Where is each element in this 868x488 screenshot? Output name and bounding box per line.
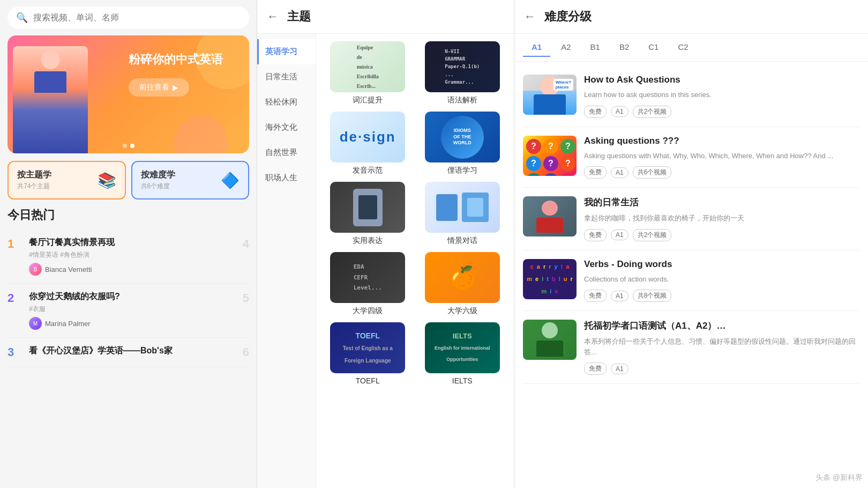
topic-express-thumb <box>330 182 405 233</box>
hot-content-1: 餐厅订餐真实情景再现 #情景英语 #角色扮演 B Bianca Vernetti <box>29 237 228 276</box>
topic-toefl[interactable]: TOEFLTest of English as a Foreign Langua… <box>324 322 412 385</box>
middle-panel: ← 主题 英语学习 日常生活 轻松休闲 海外文化 自然世界 职场人生 Equip… <box>257 0 514 488</box>
topic-toefl-label: TOEFL <box>356 376 380 385</box>
topic-cie6[interactable]: 🍊 大学六级 <box>418 252 507 316</box>
course-tag-count-2: 共6个视频 <box>633 166 672 179</box>
course-list: Where?places How to Ask Questions Learn … <box>514 62 868 488</box>
topic-grid: EquipedemúsicaEscribillaEscrib... 词汇提升 N… <box>316 34 514 488</box>
banner-cta-button[interactable]: 前往查看 ▶ <box>129 78 189 97</box>
course-thumb-3 <box>523 196 577 236</box>
tab-c1[interactable]: C1 <box>640 38 667 57</box>
topic-toefl-thumb: TOEFLTest of English as a Foreign Langua… <box>330 322 405 373</box>
course-title-5: 托福初学者口语测试（A1、A2）… <box>584 320 859 332</box>
level-tabs: A1 A2 B1 B2 C1 C2 <box>514 34 868 62</box>
right-header: ← 难度分级 <box>514 0 868 34</box>
course-item-5[interactable]: 托福初学者口语测试（A1、A2）… 本系列将介绍一些关于个人信息、习惯、偏好等题… <box>523 311 859 384</box>
hot-num-4: 4 <box>234 237 249 251</box>
search-input[interactable] <box>33 13 241 23</box>
topic-express[interactable]: 实用表达 <box>324 182 412 246</box>
sidebar-cat-2[interactable]: 日常生活 <box>257 64 316 90</box>
topic-dialog[interactable]: 情景对话 <box>418 182 507 246</box>
course-tag-free-4: 免费 <box>584 290 607 302</box>
theme-category-button[interactable]: 按主题学 共74个主题 📚 <box>8 161 126 199</box>
hot-title: 今日热门 <box>8 207 249 223</box>
topic-grammar-thumb: N-VIIGRAMMARPaper-Q.1(b)...Grammar... <box>425 41 500 92</box>
hot-item-title-2: 你穿过天鹅绒的衣服吗? <box>29 291 228 302</box>
topic-ielts[interactable]: IELTSEnglish for International Opportuni… <box>418 322 507 385</box>
topic-grammar-label: 语法解析 <box>447 95 477 105</box>
right-back-button[interactable]: ← <box>524 10 536 24</box>
hot-item-1[interactable]: 1 餐厅订餐真实情景再现 #情景英语 #角色扮演 B Bianca Vernet… <box>8 230 249 284</box>
tab-a1[interactable]: A1 <box>523 38 550 57</box>
hot-num-3: 3 <box>8 345 23 359</box>
course-desc-5: 本系列将介绍一些关于个人信息、习惯、偏好等题型的假设性问题。通过听我对问题的回答… <box>584 336 859 357</box>
course-tag-level-3: A1 <box>611 230 628 240</box>
banner: 粉碎你的中式英语 前往查看 ▶ <box>8 35 249 153</box>
sidebar-categories: 英语学习 日常生活 轻松休闲 海外文化 自然世界 职场人生 <box>257 34 316 488</box>
course-info-1: How to Ask Questions Learn how to ask qu… <box>584 75 859 118</box>
course-tag-count-3: 共2个视频 <box>633 229 672 241</box>
course-item-2[interactable]: ? ? ? ? ? ? ? ? ? Asking questions ??? A… <box>523 127 859 188</box>
hot-item-2[interactable]: 2 你穿过天鹅绒的衣服吗? #衣服 M Marina Palmer 5 <box>8 284 249 338</box>
topic-vocab-thumb: EquipedemúsicaEscribillaEscrib... <box>330 41 405 92</box>
topic-idiom-label: 俚语学习 <box>447 166 477 175</box>
theme-title: 按主题学 <box>17 169 51 181</box>
level-title: 按难度学 <box>141 169 175 181</box>
course-meta-4: 免费 A1 共8个视频 <box>584 290 859 302</box>
hot-num-2: 2 <box>8 291 23 305</box>
tab-b2[interactable]: B2 <box>611 38 638 57</box>
course-desc-2: Asking questions with What, Why, Who, Wh… <box>584 151 859 161</box>
course-item-4[interactable]: c a r r y t a m e l t b l u r m i <box>523 250 859 312</box>
topic-idiom[interactable]: IDIOMSOF THEWORLD 俚语学习 <box>418 112 507 175</box>
topic-pronounce-label: 发音示范 <box>353 166 383 175</box>
course-title-3: 我的日常生活 <box>584 196 859 209</box>
left-panel: 🔍 粉碎你的中式英语 前往查看 ▶ 按主题学 共 <box>0 0 257 488</box>
topic-vocab[interactable]: EquipedemúsicaEscribillaEscrib... 词汇提升 <box>324 41 412 105</box>
course-thumb-4: c a r r y t a m e l t b l u r m i <box>523 259 577 299</box>
course-info-5: 托福初学者口语测试（A1、A2）… 本系列将介绍一些关于个人信息、习惯、偏好等题… <box>584 320 859 375</box>
right-panel: ← 难度分级 A1 A2 B1 B2 C1 C2 Where?places Ho… <box>514 0 868 488</box>
tab-b1[interactable]: B1 <box>582 38 609 57</box>
tab-c2[interactable]: C2 <box>669 38 697 57</box>
course-tag-level-4: A1 <box>611 291 628 301</box>
course-item-1[interactable]: Where?places How to Ask Questions Learn … <box>523 66 859 127</box>
course-info-4: Verbs - Doing words Collections of actio… <box>584 259 859 302</box>
search-bar[interactable]: 🔍 <box>8 6 249 29</box>
middle-back-button[interactable]: ← <box>267 10 279 24</box>
sidebar-cat-6[interactable]: 职场人生 <box>257 165 316 190</box>
course-info-3: 我的日常生活 拿起你的咖啡，找到你最喜欢的椅子，开始你的一天 免费 A1 共2个… <box>584 196 859 241</box>
hot-item-tags-2: #衣服 <box>29 305 228 314</box>
topic-grammar[interactable]: N-VIIGRAMMARPaper-Q.1(b)...Grammar... 语法… <box>418 41 507 105</box>
sidebar-cat-4[interactable]: 海外文化 <box>257 115 316 140</box>
course-meta-3: 免费 A1 共2个视频 <box>584 229 859 241</box>
hot-item-title-3: 看《开心汉堡店》学英语——Bob's家 <box>29 345 228 357</box>
topic-cie6-label: 大学六级 <box>447 306 477 316</box>
sidebar-cat-5[interactable]: 自然世界 <box>257 140 316 165</box>
sidebar-cat-1[interactable]: 英语学习 <box>257 39 316 64</box>
topic-pronounce[interactable]: de·sign 发音示范 <box>324 112 412 175</box>
topic-dialog-label: 情景对话 <box>447 236 477 246</box>
author-avatar-1: B <box>29 263 42 276</box>
topic-ielts-label: IELTS <box>452 376 473 385</box>
sidebar-cat-3[interactable]: 轻松休闲 <box>257 90 316 115</box>
tab-a2[interactable]: A2 <box>552 38 579 57</box>
author-avatar-2: M <box>29 317 42 330</box>
course-tag-free-1: 免费 <box>584 106 607 118</box>
hot-num-5: 5 <box>234 291 249 305</box>
topic-cie4[interactable]: EDACEFRLevel... 大学四级 <box>324 252 412 316</box>
level-category-button[interactable]: 按难度学 共6个难度 🔷 <box>131 161 250 199</box>
course-info-2: Asking questions ??? Asking questions wi… <box>584 136 859 179</box>
hot-item-title-1: 餐厅订餐真实情景再现 <box>29 237 228 248</box>
banner-person <box>13 46 88 153</box>
hot-section: 今日热门 1 餐厅订餐真实情景再现 #情景英语 #角色扮演 B Bianca V… <box>0 199 257 488</box>
level-icon: 🔷 <box>221 172 240 189</box>
topic-cie4-thumb: EDACEFRLevel... <box>330 252 405 303</box>
watermark: 头条 @新科界 <box>815 473 863 483</box>
author-name-2: Marina Palmer <box>45 320 91 328</box>
hot-item-3[interactable]: 3 看《开心汉堡店》学英语——Bob's家 6 <box>8 338 249 367</box>
hot-num-6: 6 <box>234 345 249 359</box>
course-desc-1: Learn how to ask questions in this serie… <box>584 90 859 100</box>
course-item-3[interactable]: 我的日常生活 拿起你的咖啡，找到你最喜欢的椅子，开始你的一天 免费 A1 共2个… <box>523 188 859 250</box>
course-tag-free-3: 免费 <box>584 229 607 241</box>
course-desc-3: 拿起你的咖啡，找到你最喜欢的椅子，开始你的一天 <box>584 213 859 224</box>
